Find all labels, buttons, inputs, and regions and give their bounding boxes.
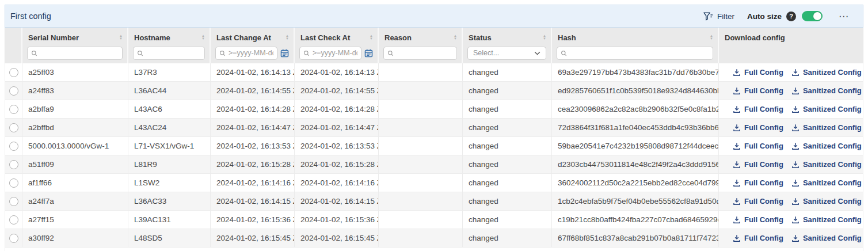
- cell-hash: 69a3e297197bb473b4383fac31b7dd76b30be71a: [552, 63, 719, 81]
- cell-hostname: L39AC131: [128, 211, 211, 229]
- sanitized-config-link[interactable]: Sanitized Config: [791, 142, 862, 150]
- cell-last-check-at: 2024-01-02, 16:15:36 Z: [295, 211, 379, 229]
- full-config-link[interactable]: Full Config: [733, 234, 783, 242]
- cell-reason: [379, 155, 463, 173]
- status-filter-select[interactable]: Select...: [467, 47, 546, 60]
- download-icon: [733, 105, 741, 113]
- hostname-filter-input[interactable]: [133, 47, 205, 60]
- more-options-button[interactable]: ⋯: [839, 12, 849, 21]
- column-header-last-check-at: Last Check At ▲▼: [295, 28, 379, 63]
- row-select-radio[interactable]: [9, 160, 18, 169]
- cell-hostname: L37R3: [128, 63, 211, 81]
- sort-status[interactable]: Status ▲▼: [463, 28, 551, 43]
- sort-arrows-icon: ▲▼: [119, 35, 123, 42]
- serial-number-filter-input[interactable]: [27, 47, 123, 60]
- row-select-radio[interactable]: [9, 68, 18, 77]
- full-config-link[interactable]: Full Config: [733, 197, 783, 206]
- sanitized-config-link[interactable]: Sanitized Config: [791, 215, 862, 224]
- calendar-icon[interactable]: [280, 49, 289, 58]
- search-icon: [561, 50, 567, 56]
- row-select-radio[interactable]: [9, 86, 18, 96]
- sort-serial-number[interactable]: Serial Number ▲▼: [22, 28, 127, 43]
- hash-filter-input[interactable]: [557, 47, 713, 60]
- sort-last-check-at[interactable]: Last Check At ▲▼: [295, 28, 378, 43]
- cell-download-config: Full Config Sanitized Config: [719, 100, 863, 118]
- table-row: a2bffa9 L43AC6 2024-01-02, 16:14:28 Z 20…: [5, 100, 863, 119]
- first-config-panel: First config Filter Auto size ? ⋯ Seria: [5, 5, 863, 251]
- calendar-icon[interactable]: [364, 49, 373, 58]
- cell-status: changed: [463, 211, 552, 229]
- full-config-link[interactable]: Full Config: [733, 123, 783, 132]
- full-config-link[interactable]: Full Config: [733, 215, 783, 224]
- sort-arrows-icon: ▲▼: [285, 35, 289, 42]
- row-select-cell: [5, 155, 22, 173]
- sanitized-config-link[interactable]: Sanitized Config: [791, 68, 862, 77]
- cell-last-check-at: 2024-01-02, 16:13:53 Z: [295, 137, 379, 155]
- search-icon: [137, 50, 143, 56]
- sort-hostname[interactable]: Hostname ▲▼: [128, 28, 210, 43]
- cell-serial-number: a30ff92: [22, 229, 128, 247]
- sanitized-config-link[interactable]: Sanitized Config: [791, 234, 862, 242]
- table-header: Serial Number ▲▼ Hostname ▲▼: [5, 28, 863, 63]
- column-header-hostname: Hostname ▲▼: [128, 28, 211, 63]
- sanitized-config-link[interactable]: Sanitized Config: [791, 86, 862, 95]
- cell-hostname: L36AC33: [128, 192, 211, 210]
- help-icon[interactable]: ?: [786, 12, 796, 21]
- download-icon: [733, 142, 741, 150]
- sort-reason[interactable]: Reason ▲▼: [379, 28, 462, 43]
- row-select-radio[interactable]: [9, 215, 18, 225]
- row-select-radio[interactable]: [9, 123, 18, 132]
- sort-last-change-at[interactable]: Last Change At ▲▼: [211, 28, 294, 43]
- row-select-radio[interactable]: [9, 178, 18, 188]
- cell-last-check-at: 2024-01-02, 16:14:13 Z: [295, 63, 379, 81]
- row-select-radio[interactable]: [9, 234, 18, 243]
- cell-serial-number: a24ff7a: [22, 192, 128, 210]
- cell-status: changed: [463, 192, 552, 210]
- last-change-at-filter-input[interactable]: [215, 47, 277, 60]
- auto-size-label: Auto size: [747, 12, 782, 21]
- row-select-cell: [5, 174, 22, 192]
- auto-size-toggle[interactable]: [802, 11, 823, 21]
- row-select-cell: [5, 100, 22, 118]
- column-header-serial-number: Serial Number ▲▼: [22, 28, 128, 63]
- table-row: a2bffbd L43AC24 2024-01-02, 16:14:47 Z 2…: [5, 119, 863, 137]
- download-icon: [791, 105, 800, 113]
- full-config-link[interactable]: Full Config: [733, 142, 783, 150]
- cell-download-config: Full Config Sanitized Config: [719, 155, 863, 173]
- sort-hash[interactable]: Hash ▲▼: [552, 28, 718, 43]
- last-check-at-filter-input[interactable]: [299, 47, 361, 60]
- cell-reason: [379, 119, 463, 136]
- search-icon: [219, 50, 226, 56]
- full-config-link[interactable]: Full Config: [733, 105, 783, 113]
- cell-serial-number: a2bffa9: [22, 100, 128, 118]
- cell-reason: [379, 174, 463, 192]
- toggle-knob: [813, 12, 821, 20]
- cell-last-change-at: 2024-01-02, 16:15:45 Z: [211, 229, 295, 247]
- sanitized-config-link[interactable]: Sanitized Config: [791, 160, 862, 169]
- download-icon: [791, 161, 800, 169]
- download-icon: [791, 124, 800, 132]
- chevron-down-icon: [534, 51, 540, 55]
- cell-serial-number: a24ff83: [22, 82, 128, 100]
- sanitized-config-link[interactable]: Sanitized Config: [791, 105, 862, 113]
- download-icon: [733, 234, 741, 242]
- row-select-radio[interactable]: [9, 105, 18, 114]
- sanitized-config-link[interactable]: Sanitized Config: [791, 197, 862, 206]
- row-select-radio[interactable]: [9, 197, 18, 206]
- cell-last-check-at: 2024-01-02, 16:14:47 Z: [295, 119, 379, 136]
- sanitized-config-link[interactable]: Sanitized Config: [791, 178, 862, 187]
- row-select-radio[interactable]: [9, 142, 18, 151]
- filter-button[interactable]: Filter: [703, 12, 734, 21]
- full-config-link[interactable]: Full Config: [733, 68, 783, 77]
- full-config-link[interactable]: Full Config: [733, 178, 783, 187]
- cell-last-check-at: 2024-01-02, 16:15:28 Z: [295, 155, 379, 173]
- sort-arrows-icon: ▲▼: [370, 35, 373, 42]
- full-config-link[interactable]: Full Config: [733, 86, 783, 95]
- sanitized-config-link[interactable]: Sanitized Config: [791, 123, 862, 132]
- reason-filter-input[interactable]: [383, 47, 457, 60]
- cell-download-config: Full Config Sanitized Config: [719, 229, 863, 247]
- download-icon: [791, 142, 800, 150]
- full-config-link[interactable]: Full Config: [733, 160, 783, 169]
- cell-reason: [379, 229, 463, 247]
- cell-hash: 36024002112d50c2a2215ebb2ed82cce04d79903: [552, 174, 719, 192]
